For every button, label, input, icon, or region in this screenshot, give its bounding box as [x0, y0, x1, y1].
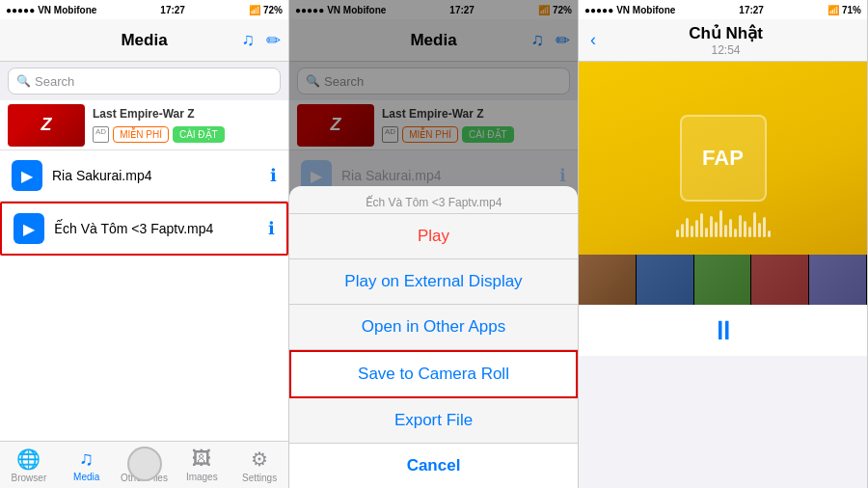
file-item-1[interactable]: ▶ Ria Sakurai.mp4 ℹ — [0, 150, 288, 202]
pause-button-3[interactable]: ⏸ — [710, 314, 737, 346]
wave-bar-2 — [681, 224, 684, 237]
status-left-1: ●●●●● VN Mobifone — [6, 5, 96, 15]
tab-settings-1[interactable]: ⚙ Settings — [231, 447, 288, 483]
player-controls-3: ⏸ — [579, 305, 867, 356]
tab-area-1: 🌐 Browser ♫ Media 📄 Other Files 🖼 Images… — [0, 441, 288, 488]
ad-text-1: Last Empire-War Z AD MIỄN PHÍ CÀI ĐẶT — [93, 107, 281, 143]
battery-3: 71% — [842, 5, 861, 15]
panel-2: ●●●●● VN Mobifone 17:27 📶 72% Media ♫ ✏ … — [289, 0, 579, 488]
ad-label-1: AD — [93, 126, 109, 143]
status-bar-1: ●●●●● VN Mobifone 17:27 📶 72% — [0, 0, 288, 19]
wave-bar-19 — [763, 217, 766, 237]
nav-time-3: 12:54 — [596, 43, 855, 57]
wave-bar-15 — [744, 221, 746, 237]
wave-bar-16 — [748, 227, 751, 237]
modal-overlay: Ếch Và Tôm <3 Faptv.mp4 Play Play on Ext… — [289, 0, 578, 488]
file-name-2: Ếch Và Tôm <3 Faptv.mp4 — [54, 221, 258, 236]
nav-title-1: Media — [121, 31, 167, 50]
images-icon-1: 🖼 — [192, 447, 211, 470]
carrier-1: VN Mobifone — [38, 5, 96, 15]
wave-bar-7 — [705, 228, 708, 237]
ad-free-btn-1[interactable]: MIỄN PHÍ — [113, 126, 169, 143]
panel-1: ●●●●● VN Mobifone 17:27 📶 72% Media ♫ ✏ … — [0, 0, 289, 488]
status-right-3: 📶 71% — [827, 5, 861, 15]
action-sheet: Ếch Và Tôm <3 Faptv.mp4 Play Play on Ext… — [289, 186, 578, 488]
tab-label-settings-1: Settings — [242, 473, 277, 483]
music-icon-1[interactable]: ♫ — [242, 30, 256, 50]
battery-1: 72% — [263, 5, 283, 15]
tab-label-images-1: Images — [186, 472, 218, 482]
fap-logo-3: FAP — [680, 115, 767, 202]
filmstrip-3 — [579, 255, 867, 305]
ad-image-1: Z — [8, 104, 85, 147]
wave-bar-4 — [691, 226, 693, 237]
wifi-icon-3: 📶 — [827, 5, 839, 15]
search-bar-1: 🔍 Search — [0, 62, 288, 100]
carrier-3: VN Mobifone — [616, 5, 675, 15]
tab-browser-1[interactable]: 🌐 Browser — [0, 447, 58, 483]
ad-banner-1: Z Last Empire-War Z AD MIỄN PHÍ CÀI ĐẶT — [0, 100, 288, 150]
day-title-3: Chủ Nhật — [596, 23, 855, 43]
wave-bar-13 — [734, 229, 737, 237]
wave-bar-1 — [676, 230, 679, 237]
status-dots-1: ●●●●● — [6, 5, 35, 15]
wave-bar-5 — [695, 220, 698, 237]
file-info-btn-1[interactable]: ℹ — [270, 165, 277, 186]
time-3: 17:27 — [739, 5, 764, 15]
ad-buttons-1: AD MIỄN PHÍ CÀI ĐẶT — [93, 126, 281, 143]
wave-bar-10 — [719, 210, 722, 237]
tab-media-1[interactable]: ♫ Media — [58, 447, 116, 482]
search-icon-1: 🔍 — [16, 74, 31, 88]
film-thumb-4 — [751, 255, 809, 305]
file-icon-2: ▶ — [14, 213, 44, 244]
open-other-apps-button[interactable]: Open in Other Apps — [289, 305, 578, 350]
home-button-1[interactable] — [127, 447, 162, 481]
wave-bar-9 — [715, 222, 718, 237]
tab-label-media-1: Media — [73, 472, 99, 482]
edit-icon-1[interactable]: ✏ — [266, 30, 281, 51]
nav-icons-1: ♫ ✏ — [242, 30, 282, 51]
export-file-button[interactable]: Export File — [289, 398, 578, 444]
nav-bar-1: Media ♫ ✏ — [0, 19, 288, 62]
status-right-1: 📶 72% — [249, 5, 283, 15]
cancel-button[interactable]: Cancel — [289, 444, 578, 488]
wave-bar-20 — [768, 230, 771, 237]
wave-bar-18 — [758, 223, 761, 237]
file-name-1: Ria Sakurai.mp4 — [52, 168, 260, 183]
status-bar-3: ●●●●● VN Mobifone 17:27 📶 71% — [579, 0, 867, 19]
search-placeholder-1: Search — [35, 74, 74, 89]
wifi-icon-1: 📶 — [249, 5, 260, 15]
wave-bar-6 — [700, 213, 703, 237]
wave-bar-14 — [739, 215, 742, 237]
media-icon-1: ♫ — [79, 447, 94, 470]
ad-install-btn-1[interactable]: CÀI ĐẶT — [173, 126, 225, 143]
panel-3: ●●●●● VN Mobifone 17:27 📶 71% ‹ Chủ Nhật… — [579, 0, 868, 488]
video-area-3: FAP — [579, 62, 867, 255]
fap-text-3: FAP — [702, 146, 744, 171]
status-left-3: ●●●●● VN Mobifone — [584, 5, 675, 15]
tab-images-1[interactable]: 🖼 Images — [173, 447, 231, 482]
file-item-2[interactable]: ▶ Ếch Và Tôm <3 Faptv.mp4 ℹ — [0, 202, 288, 256]
sound-wave-3 — [579, 208, 867, 237]
play-external-button[interactable]: Play on External Display — [289, 259, 578, 305]
time-1: 17:27 — [160, 5, 185, 15]
file-list-1: ▶ Ria Sakurai.mp4 ℹ ▶ Ếch Và Tôm <3 Fapt… — [0, 150, 288, 441]
file-icon-1: ▶ — [12, 160, 42, 191]
file-info-btn-2[interactable]: ℹ — [268, 218, 275, 239]
wave-bar-8 — [710, 216, 713, 237]
right-nav-3: ‹ Chủ Nhật 12:54 — [579, 19, 867, 62]
status-dots-3: ●●●●● — [584, 5, 613, 15]
film-thumb-5 — [809, 255, 867, 305]
film-thumb-3 — [694, 255, 752, 305]
wave-bar-11 — [724, 225, 727, 237]
film-thumb-2 — [637, 255, 694, 305]
browser-icon-1: 🌐 — [16, 447, 41, 471]
wave-bar-12 — [729, 219, 732, 237]
ad-title-1: Last Empire-War Z — [93, 107, 281, 122]
save-camera-roll-button[interactable]: Save to Camera Roll — [289, 350, 578, 398]
tab-label-browser-1: Browser — [12, 473, 47, 483]
wave-bar-3 — [686, 218, 689, 237]
play-button[interactable]: Play — [289, 214, 578, 259]
action-sheet-title: Ếch Và Tôm <3 Faptv.mp4 — [289, 186, 578, 214]
search-input-1[interactable]: 🔍 Search — [8, 68, 281, 95]
